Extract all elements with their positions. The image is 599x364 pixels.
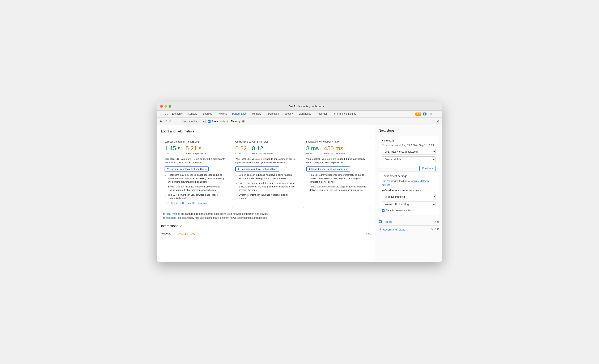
inp-desc-highlight: 8 ms — [331, 158, 336, 160]
tab-performance-insights[interactable]: Performance insights — [330, 111, 359, 117]
title-bar: DevTools - fonts.google.com/ — [157, 102, 442, 111]
footer-line2-after: is measured by real users using many dif… — [176, 216, 268, 219]
memory-checkbox-group: Memory — [228, 120, 240, 123]
inp-consider-content: Real users may experience longer interac… — [306, 173, 367, 192]
inspect-icon[interactable]: ⊹ — [159, 111, 164, 116]
minimize-button[interactable] — [164, 105, 167, 108]
more-icon[interactable]: ⋮ — [435, 111, 440, 116]
record-section: Record ⌘ E ↺ Record and reload ⌘ ⇧ E — [379, 218, 439, 233]
record-label: Record — [384, 220, 434, 223]
screenshots-checkbox[interactable] — [208, 120, 211, 123]
field-data-section: Field data Collection period: Aug 19, 20… — [379, 136, 439, 169]
environment-desc: Use the device toolbar to simulate diffe… — [382, 179, 436, 187]
download-icon[interactable]: ↓ — [177, 120, 179, 123]
footer-line2-before: The — [161, 216, 166, 219]
footer-line1-after: are captured from the current page using… — [180, 213, 268, 215]
memory-label: Memory — [231, 120, 240, 123]
devtools-nav: ⊹ ▭ Elements Console Sources Network Per… — [157, 111, 442, 117]
interactions-section: Interactions ⊘ keyboard body.app-ready 8… — [161, 224, 371, 237]
inp-local-value: 8 ms — [306, 145, 319, 152]
inp-consider-label: ▼ Consider your local test conditions — [308, 168, 348, 170]
field-data-link[interactable]: field data — [166, 216, 176, 219]
screenshots-label: Screenshots — [211, 120, 225, 123]
network-select[interactable]: Network: No throttling — [382, 202, 436, 207]
close-button[interactable] — [160, 105, 163, 108]
memory-checkbox[interactable] — [228, 120, 230, 123]
metrics-row: Largest Contentful Paint (LCP) 1.45 s Lo… — [161, 137, 371, 208]
tab-security[interactable]: Security — [282, 111, 296, 117]
maximize-button[interactable] — [168, 105, 171, 108]
inp-consider-toggle[interactable]: ▼ Consider your local test conditions — [306, 167, 350, 171]
interactions-title: Interactions ⊘ — [161, 224, 371, 228]
disable-cache-label: Disable network cache — [386, 209, 411, 212]
tab-sources[interactable]: Sources — [200, 111, 214, 117]
interactions-info-icon[interactable]: ⊘ — [180, 224, 183, 228]
cls-desc-highlight: 0.22 — [261, 158, 266, 160]
lcp-consider-toggle[interactable]: ▼ Consider your local test conditions — [165, 167, 209, 171]
tab-network[interactable]: Network — [215, 111, 229, 117]
settings-toolbar-icon[interactable]: ⚙ — [437, 120, 440, 123]
record-row[interactable]: Record ⌘ E — [379, 218, 439, 225]
cpu-select[interactable]: CPU: No throttling — [382, 194, 436, 200]
recordings-select[interactable]: (no recordings) — [181, 119, 206, 124]
lcp-bullet-3: The LCP element can vary between page lo… — [168, 193, 226, 200]
reload-icon: ↺ — [379, 228, 381, 231]
lcp-consider-content: Real users may experience longer page lo… — [165, 173, 226, 200]
record-reload-shortcut: ⌘ ⇧ E — [431, 228, 439, 231]
refresh-icon[interactable]: ↺ — [164, 120, 167, 123]
cls-local-label: Local — [235, 152, 247, 155]
lcp-values-row: 1.45 s Local 5.21 s Field 75th percentil… — [165, 145, 226, 155]
collection-period: Collection period: Aug 19, 2024 - Sep 15… — [382, 144, 436, 147]
cls-values-row: 0.22 Local 0.12 Field 75th percentile — [235, 145, 296, 155]
cls-field-label: Field 75th percentile — [252, 152, 273, 155]
cpu-throttle-icon[interactable]: ⊞ — [242, 120, 245, 123]
cls-description: Your local CLS value of 0.22 needs impro… — [235, 157, 296, 165]
record-shortcut: ⌘ E — [434, 220, 439, 223]
disable-cache-checkbox[interactable] — [382, 209, 385, 212]
local-field-metrics-title: Local and field metrics — [161, 130, 371, 133]
inp-description: Your local INP value of 8 ms is good, bu… — [306, 157, 367, 165]
tab-memory[interactable]: Memory — [250, 111, 264, 117]
environment-section: Environment settings Use the device tool… — [379, 171, 439, 215]
interaction-type: keyboard — [161, 232, 178, 235]
tab-recorder[interactable]: Recorder — [314, 111, 329, 117]
consider-real-user-toggle[interactable]: ▶ Consider real user environments — [382, 189, 436, 192]
device-icon[interactable]: ▭ — [164, 111, 169, 116]
tab-performance[interactable]: Performance — [230, 111, 249, 117]
lcp-bullet-2: Screen size can influence what the LCP e… — [168, 185, 226, 192]
url-select[interactable]: URL: https://fonts.google.com/ — [382, 149, 436, 155]
network-control: Network: No throttling — [382, 202, 436, 207]
tab-lighthouse[interactable]: Lighthouse — [296, 111, 314, 117]
tab-elements[interactable]: Elements — [170, 111, 185, 117]
field-data-title: Field data — [382, 139, 436, 142]
tab-console[interactable]: Console — [185, 111, 200, 117]
lcp-element: LCP Element div.tile__text.tile__inria_s… — [165, 202, 226, 204]
lcp-field-value: 5.21 s — [185, 145, 206, 152]
footer-note: The local metrics are captured from the … — [161, 212, 371, 220]
lcp-description: Your local LCP value of 1.45 s is good, … — [165, 157, 226, 165]
configure-button[interactable]: Configure — [419, 166, 436, 171]
clear-icon[interactable]: ⊘ — [169, 120, 171, 123]
disable-cache-help-icon[interactable]: ? — [412, 209, 414, 212]
disable-cache-row: Disable network cache ? — [382, 209, 436, 212]
interaction-time: 8 ms — [365, 232, 371, 235]
lcp-element-link[interactable]: div.tile__text.tile__inria_san — [179, 202, 207, 204]
upload-icon[interactable]: ↑ — [174, 120, 175, 123]
lcp-local-value: 1.45 s — [165, 145, 180, 152]
cpu-control: CPU: No throttling — [382, 194, 436, 200]
lcp-field-group: 5.21 s Field 75th percentile — [185, 145, 206, 155]
record-reload-row[interactable]: ↺ Record and reload ⌘ ⇧ E — [379, 225, 439, 233]
toolbar-right: ⚙ — [437, 120, 440, 123]
device-select[interactable]: Device: Mobile — [382, 156, 436, 162]
cls-local-group: 0.22 Local — [235, 145, 247, 155]
settings-icon[interactable]: ⚙ — [428, 111, 433, 116]
cls-title: Cumulative Layout Shift (CLS) — [235, 140, 296, 143]
record-icon[interactable]: ⏺ — [159, 120, 162, 123]
inp-title: Interaction to Next Paint (INP) — [306, 140, 367, 143]
inp-card: Interaction to Next Paint (INP) 8 ms Loc… — [303, 137, 371, 208]
environment-title: Environment settings — [382, 174, 436, 178]
local-metrics-link[interactable]: local metrics — [166, 213, 180, 215]
lcp-card: Largest Contentful Paint (LCP) 1.45 s Lo… — [161, 137, 229, 208]
cls-consider-toggle[interactable]: ▼ Consider your local test conditions — [235, 167, 279, 171]
tab-application[interactable]: Application — [264, 111, 282, 117]
